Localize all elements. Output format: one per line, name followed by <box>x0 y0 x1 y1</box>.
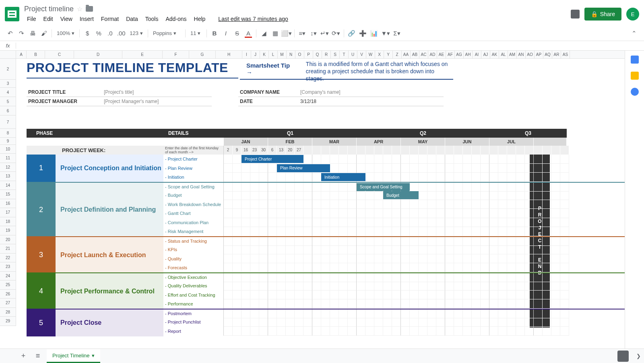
functions-icon[interactable]: Σ▾ <box>392 28 402 39</box>
column-header[interactable]: AD <box>428 51 437 58</box>
row-header[interactable]: 10 <box>0 145 16 154</box>
phase-detail[interactable]: - Gantt Chart <box>163 209 224 218</box>
comments-icon[interactable] <box>571 10 580 19</box>
collapse-toolbar-icon[interactable]: ⌃ <box>629 28 639 39</box>
decrease-decimal-icon[interactable]: .0 <box>105 28 115 39</box>
phase-detail[interactable]: - Project Punchlist <box>163 318 224 327</box>
strikethrough-icon[interactable]: S <box>232 28 242 39</box>
column-header[interactable]: N <box>287 51 295 58</box>
phase-detail[interactable]: - Scope and Goal Setting <box>163 183 224 191</box>
row-header[interactable]: 29 <box>0 317 16 326</box>
week-cell[interactable] <box>489 146 498 155</box>
row-header[interactable]: 18 <box>0 217 16 227</box>
column-header[interactable]: AL <box>499 51 508 58</box>
week-cell[interactable] <box>303 146 312 155</box>
week-cell[interactable] <box>348 146 357 155</box>
phase-detail[interactable]: - Objective Execution <box>163 273 224 282</box>
column-header[interactable]: J <box>251 51 260 58</box>
row-header[interactable]: 16 <box>0 199 16 208</box>
row-header[interactable]: 28 <box>0 308 16 317</box>
move-folder-icon[interactable] <box>86 6 93 12</box>
phase-detail[interactable]: - Performance <box>163 299 224 309</box>
week-cell[interactable] <box>498 146 507 155</box>
week-cell[interactable]: 2 <box>224 146 233 155</box>
column-header[interactable]: AP <box>535 51 543 58</box>
date-value[interactable]: 3/12/18 <box>300 99 385 104</box>
column-header[interactable]: AB <box>411 51 419 58</box>
week-cell[interactable] <box>534 146 543 155</box>
row-header[interactable]: 15 <box>0 190 16 199</box>
week-cell[interactable]: 27 <box>295 146 303 155</box>
menu-insert[interactable]: Insert <box>77 14 97 24</box>
column-header[interactable]: W <box>366 51 375 58</box>
row-header[interactable]: 5 <box>0 97 16 106</box>
row-header[interactable]: 13 <box>0 172 16 181</box>
rotate-icon[interactable]: ⟳▾ <box>331 28 341 39</box>
column-header[interactable]: AC <box>419 51 428 58</box>
week-cell[interactable] <box>507 146 516 155</box>
increase-decimal-icon[interactable]: .00 <box>116 28 126 39</box>
column-header[interactable]: O <box>295 51 304 58</box>
sheets-logo-icon[interactable] <box>5 7 19 21</box>
week-cell[interactable] <box>516 146 525 155</box>
week-cell[interactable] <box>383 146 392 155</box>
week-cell[interactable] <box>543 146 551 155</box>
phase-detail[interactable]: - Risk Management <box>163 227 224 236</box>
phase-detail[interactable]: - Work Breakdown Schedule <box>163 200 224 209</box>
undo-icon[interactable]: ↶ <box>5 28 15 39</box>
column-header[interactable]: X <box>375 51 384 58</box>
phase-detail[interactable]: - Forecasts <box>163 263 224 272</box>
row-header[interactable]: 20 <box>0 235 16 245</box>
week-cell[interactable]: 13 <box>277 146 286 155</box>
font-size-select[interactable]: 11 ▾ <box>188 30 204 36</box>
merge-icon[interactable]: ⬜▾ <box>281 28 292 39</box>
project-title-value[interactable]: [Project's title] <box>104 89 188 95</box>
borders-icon[interactable]: ▦ <box>270 28 281 39</box>
user-avatar[interactable]: E <box>626 8 639 21</box>
row-header[interactable]: 25 <box>0 280 16 290</box>
font-select[interactable]: Poppins ▾ <box>151 30 183 36</box>
week-cell[interactable] <box>472 146 481 155</box>
column-header[interactable]: G <box>189 51 216 58</box>
column-header[interactable]: D <box>74 51 122 58</box>
week-cell[interactable] <box>419 146 427 155</box>
week-cell[interactable] <box>330 146 339 155</box>
all-sheets-button[interactable]: ≡ <box>32 351 43 362</box>
week-cell[interactable] <box>374 146 383 155</box>
week-cell[interactable] <box>463 146 472 155</box>
gantt-bar[interactable]: Project Charter <box>242 155 303 163</box>
column-header[interactable]: T <box>340 51 349 58</box>
column-header[interactable]: F <box>163 51 189 58</box>
week-cell[interactable] <box>312 146 321 155</box>
italic-icon[interactable]: I <box>221 28 231 39</box>
column-header[interactable]: AJ <box>481 51 490 58</box>
column-header[interactable]: AM <box>508 51 517 58</box>
column-header[interactable]: AQ <box>543 51 552 58</box>
week-cell[interactable] <box>436 146 445 155</box>
currency-icon[interactable]: $ <box>82 28 93 39</box>
menu-tools[interactable]: Tools <box>142 14 161 24</box>
column-header[interactable]: AF <box>446 51 455 58</box>
column-header[interactable]: Y <box>384 51 393 58</box>
menu-file[interactable]: File <box>24 14 39 24</box>
star-icon[interactable]: ☆ <box>77 5 83 13</box>
column-header[interactable]: S <box>331 51 340 58</box>
row-header[interactable]: 2 <box>0 59 16 80</box>
week-cell[interactable] <box>365 146 374 155</box>
phase-detail[interactable]: - KPIs <box>163 245 224 254</box>
column-header[interactable]: Q <box>313 51 322 58</box>
row-header[interactable]: 26 <box>0 290 16 299</box>
week-cell[interactable] <box>454 146 463 155</box>
column-header[interactable]: C <box>45 51 74 58</box>
week-cell[interactable] <box>481 146 489 155</box>
column-header[interactable]: V <box>357 51 366 58</box>
valign-icon[interactable]: ↕▾ <box>308 28 319 39</box>
column-header[interactable]: AO <box>526 51 535 58</box>
column-header[interactable]: AA <box>402 51 411 58</box>
phase-detail[interactable]: - Plan Review <box>163 164 224 173</box>
week-cell[interactable]: 20 <box>286 146 295 155</box>
week-cell[interactable]: 23 <box>250 146 259 155</box>
column-header[interactable]: AG <box>455 51 464 58</box>
week-cell[interactable] <box>357 146 365 155</box>
column-header[interactable]: AN <box>517 51 526 58</box>
